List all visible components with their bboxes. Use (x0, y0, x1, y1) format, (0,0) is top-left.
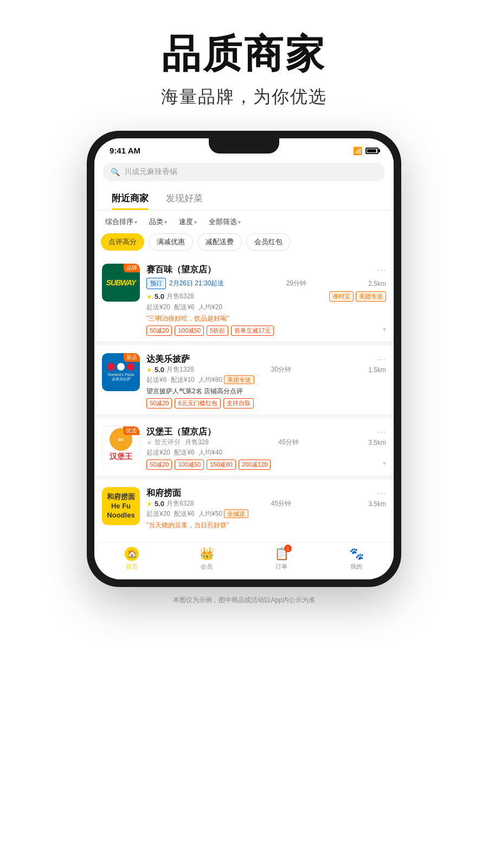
profile-icon: 🐾 (349, 547, 363, 561)
subway-tag-meituan: 美团专送 (356, 291, 386, 302)
dominos-dot-1 (107, 363, 115, 371)
dominos-promo-1: 6元无门槛红包 (175, 398, 220, 409)
dominos-dot-2 (117, 363, 125, 371)
merchant-card-bk[interactable]: BK 汉堡王 优选 汉堡王（望京店） ⋯ ★ 暂无评分 月售32 (94, 418, 394, 475)
bk-name-row: 汉堡王（望京店） ⋯ (146, 426, 386, 438)
bk-promo-1: 100减50 (175, 459, 204, 470)
merchant-card-hefu[interactable]: 和府捞面He Fu Noodles 和府捞面 ⋯ ★ 5.0 月售6328 45… (94, 480, 394, 538)
bk-time: 45分钟 (278, 438, 298, 447)
tag-promo[interactable]: 满减优惠 (149, 233, 193, 251)
speed-arrow: ▾ (194, 219, 197, 225)
merchant-header-bk: BK 汉堡王 优选 汉堡王（望京店） ⋯ ★ 暂无评分 月售32 (102, 426, 386, 470)
hefu-name-row: 和府捞面 ⋯ (146, 487, 386, 499)
subway-expand[interactable]: ▾ (383, 326, 386, 336)
dominos-name: 达美乐披萨 (146, 354, 190, 365)
order-label: 订单 (275, 563, 287, 571)
tag-member-coupon[interactable]: 会员红包 (246, 233, 291, 251)
tab-discover[interactable]: 发现好菜 (157, 187, 211, 210)
merchant-header-subway: SUBWAY 品牌 赛百味（望京店） ⋯ 预订 2月26日 21:30起送 29… (102, 264, 386, 336)
tab-nearby[interactable]: 附近商家 (103, 187, 157, 210)
phone-shell: 9:41 AM 📶 🔍 川成元麻辣香锅 附近商家 发现好菜 综合排序 (87, 131, 401, 587)
subway-info: 赛百味（望京店） ⋯ 预订 2月26日 21:30起送 29分钟 2.5km ★… (146, 264, 386, 336)
hefu-logo: 和府捞面He Fu Noodles (102, 487, 140, 525)
tag-high-rating[interactable]: 点评高分 (101, 233, 144, 251)
merchant-card-subway[interactable]: SUBWAY 品牌 赛百味（望京店） ⋯ 预订 2月26日 21:30起送 29… (94, 256, 394, 341)
filter-row: 综合排序 ▾ 品类 ▾ 速度 ▾ 全部筛选 ▾ (94, 210, 394, 233)
dominos-promo-0: 50减20 (146, 398, 172, 409)
bk-distance: 3.5km (368, 439, 386, 446)
notch (209, 138, 279, 154)
bk-info: 汉堡王（望京店） ⋯ ★ 暂无评分 月售328 45分钟 3.5km 起送¥20 (146, 426, 386, 470)
hefu-rating: 5.0 (155, 500, 164, 508)
merchant-header-dominos: Domino's Pizza达美乐比萨 新店 达美乐披萨 ⋯ ★ 5.0 月售1… (102, 353, 386, 409)
hefu-star: ★ (146, 500, 152, 508)
subway-promo-3: 首单立减17元 (231, 326, 274, 336)
bk-name: 汉堡王（望京店） (146, 426, 216, 438)
dominos-star: ★ (146, 366, 152, 374)
bk-more-icon[interactable]: ⋯ (376, 426, 386, 438)
subway-monthly: 月售6328 (166, 292, 194, 301)
subway-rating-row: ★ 5.0 月售6328 准时宝 美团专送 (146, 291, 386, 302)
dominos-info: 达美乐披萨 ⋯ ★ 5.0 月售1328 30分钟 1.5km 起送¥6 (146, 353, 386, 409)
subway-promo-2: 5折起 (207, 326, 228, 336)
dominos-dot-3 (127, 363, 134, 371)
order-badge: 1 (284, 545, 292, 552)
bk-star: ★ (146, 439, 152, 446)
search-input-placeholder: 川成元麻辣香锅 (124, 167, 177, 177)
bk-promos: 50减20 100减50 150减80 200减120 ▾ (146, 459, 386, 470)
subway-service-tags: 准时宝 美团专送 (329, 291, 386, 302)
dominos-tag-meituan: 美团专送 (224, 375, 254, 384)
dominos-delivery-info: 起送¥6 配送¥10 人均¥80 美团专送 (146, 375, 386, 385)
bottom-nav: 🏠 首页 👑 会员 📋 1 订单 🐾 (94, 542, 394, 579)
status-icons: 📶 (353, 146, 378, 155)
hefu-delivery-info: 起送¥20 配送¥6 人均¥50 全城送 (146, 509, 386, 519)
hefu-more-icon[interactable]: ⋯ (376, 487, 386, 499)
subway-distance: 2.5km (368, 280, 386, 288)
dominos-badge: 新店 (124, 353, 140, 362)
filter-sort[interactable]: 综合排序 ▾ (101, 215, 142, 229)
profile-label: 我的 (350, 563, 362, 571)
filter-all[interactable]: 全部筛选 ▾ (204, 215, 245, 229)
member-icon: 👑 (200, 547, 214, 561)
dominos-distance: 1.5km (368, 366, 386, 374)
search-icon: 🔍 (111, 168, 120, 176)
subway-promo-0: 50减20 (146, 326, 172, 336)
merchant-header-hefu: 和府捞面He Fu Noodles 和府捞面 ⋯ ★ 5.0 月售6328 45… (102, 487, 386, 532)
subway-name-row: 赛百味（望京店） ⋯ (146, 264, 386, 276)
hefu-tag-quancheng: 全城送 (224, 509, 248, 518)
bk-promo-0: 50减20 (146, 459, 172, 470)
nav-member[interactable]: 👑 会员 (169, 547, 244, 571)
home-label: 首页 (126, 563, 138, 571)
dominos-promos: 50减20 6元无门槛红包 支持自取 (146, 398, 386, 409)
subway-logo: SUBWAY 品牌 (102, 264, 140, 302)
status-time: 9:41 AM (110, 146, 140, 155)
subway-delivery-date: 2月26日 21:30起送 (169, 279, 224, 288)
filter-category[interactable]: 品类 ▾ (145, 215, 171, 229)
tag-free-delivery[interactable]: 减配送费 (197, 233, 242, 251)
tabs-row: 附近商家 发现好菜 (94, 187, 394, 210)
page-subtitle: 海量品牌，为你优选 (161, 85, 327, 109)
subway-logo-text: SUBWAY (106, 278, 136, 287)
hefu-time: 45分钟 (271, 499, 291, 508)
nav-order[interactable]: 📋 1 订单 (244, 547, 319, 571)
hefu-logo-text: 和府捞面He Fu Noodles (102, 493, 140, 520)
tag-row: 点评高分 满减优惠 减配送费 会员红包 (94, 233, 394, 256)
page-header: 品质商家 海量品牌，为你优选 (161, 0, 327, 131)
all-arrow: ▾ (238, 219, 241, 225)
subway-promos: 50减20 100减50 5折起 首单立减17元 ▾ (146, 326, 386, 336)
dominos-logo: Domino's Pizza达美乐比萨 新店 (102, 353, 140, 391)
filter-speed[interactable]: 速度 ▾ (175, 215, 201, 229)
order-icon: 📋 1 (274, 547, 288, 561)
merchant-card-dominos[interactable]: Domino's Pizza达美乐比萨 新店 达美乐披萨 ⋯ ★ 5.0 月售1… (94, 346, 394, 414)
nav-home[interactable]: 🏠 首页 (94, 547, 169, 571)
merchant-list: SUBWAY 品牌 赛百味（望京店） ⋯ 预订 2月26日 21:30起送 29… (94, 256, 394, 538)
dominos-more-icon[interactable]: ⋯ (376, 353, 386, 365)
bk-expand[interactable]: ▾ (383, 459, 386, 470)
subway-tag-zhunshi: 准时宝 (329, 291, 354, 302)
dominos-review: 望京披萨人气第2名 店铺高分点评 (146, 387, 386, 396)
home-icon-bg: 🏠 (125, 547, 139, 561)
nav-profile[interactable]: 🐾 我的 (319, 547, 394, 571)
bk-delivery-info: 起送¥20 配送¥6 人均¥40 (146, 448, 386, 457)
subway-more-icon[interactable]: ⋯ (376, 264, 386, 276)
search-bar[interactable]: 🔍 川成元麻辣香锅 (103, 163, 385, 181)
